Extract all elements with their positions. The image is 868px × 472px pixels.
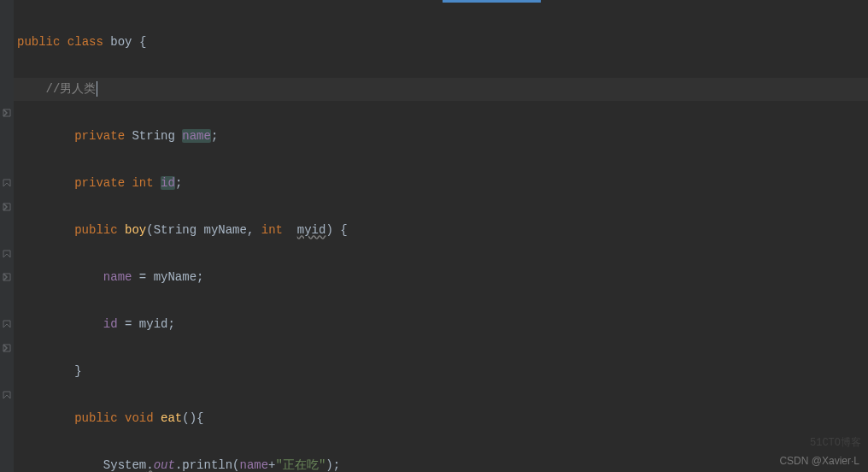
code-line[interactable]: public boy(String myName, int myid) { — [14, 219, 868, 243]
code-line[interactable]: private int id; — [14, 172, 868, 196]
watermark-csdn: CSDN @Xavier·L — [779, 455, 859, 467]
collapse-marker-icon[interactable] — [0, 195, 14, 219]
watermark-51cto: 51CTO博客 — [810, 435, 861, 450]
code-line[interactable]: System.out.println(name+"正在吃"); — [14, 454, 868, 473]
collapse-end-icon[interactable] — [0, 313, 14, 337]
code-line[interactable]: private String name; — [14, 125, 868, 149]
collapse-end-icon[interactable] — [0, 242, 14, 266]
code-editor[interactable]: public class boy { //男人类 private String … — [0, 0, 868, 472]
text-caret — [97, 81, 97, 97]
code-content[interactable]: public class boy { //男人类 private String … — [14, 0, 868, 472]
collapse-end-icon[interactable] — [0, 383, 14, 407]
code-line[interactable]: public class boy { — [14, 31, 868, 55]
code-line[interactable]: name = myName; — [14, 266, 868, 290]
code-line[interactable]: public void eat(){ — [14, 407, 868, 431]
collapse-marker-icon[interactable] — [0, 266, 14, 290]
code-line[interactable]: //男人类 — [14, 78, 868, 102]
gutter — [0, 0, 14, 472]
code-line[interactable]: } — [14, 360, 868, 384]
collapse-end-icon[interactable] — [0, 172, 14, 196]
collapse-marker-icon[interactable] — [0, 336, 14, 360]
code-line[interactable]: id = myid; — [14, 313, 868, 337]
collapse-marker-icon[interactable] — [0, 101, 14, 125]
